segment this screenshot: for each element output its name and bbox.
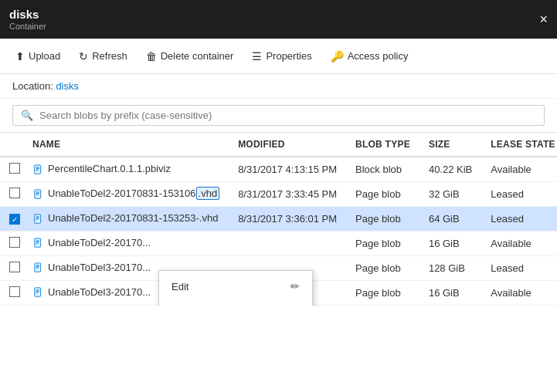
svg-rect-21 [36,290,39,291]
checkbox[interactable] [9,163,20,174]
checkbox[interactable] [9,286,20,297]
row-blobtype: Block blob [346,157,419,182]
name-highlight: .vhd [196,187,220,200]
row-leasestate: Available [481,280,557,305]
context-menu: Edit ✏ Download ⬇ Properties ☰ Edit meta… [158,270,313,306]
svg-rect-13 [36,241,39,242]
svg-rect-4 [35,190,41,198]
svg-rect-2 [36,168,39,169]
row-modified: 8/31/2017 4:13:15 PM [229,157,346,182]
svg-rect-20 [35,288,41,296]
refresh-label: Refresh [92,50,127,62]
file-icon [32,188,45,201]
svg-rect-11 [36,219,39,220]
svg-rect-16 [35,263,41,272]
access-policy-icon: 🔑 [331,50,344,63]
svg-rect-10 [36,218,39,218]
row-name: UnableToDel2-20170831-153253-.vhd [23,207,229,231]
svg-rect-6 [36,193,39,194]
context-menu-label-edit: Edit [172,281,188,292]
row-name: PercentileChart.0.1.1.pbiviz [23,157,229,182]
file-icon [32,262,45,274]
row-size: 128 GiB [419,255,481,280]
checkbox[interactable]: ✓ [9,214,20,225]
name-column-header: NAME [23,133,229,157]
svg-rect-3 [36,170,39,171]
table-row[interactable]: ✓ UnableToDel2-20170831-153253-.vhd8/31/… [0,207,557,231]
row-leasestate: Leased [481,182,557,207]
search-bar: 🔍 [0,99,557,133]
size-column-header: SIZE [419,133,481,157]
svg-rect-15 [36,243,39,244]
row-checkbox-cell [0,157,23,182]
row-size: 64 GiB [419,207,481,231]
location-link[interactable]: disks [56,80,79,92]
title-bar: disks Container × [0,0,557,39]
delete-container-icon: 🗑 [146,50,157,63]
delete-container-button[interactable]: 🗑 Delete container [138,46,242,67]
search-wrapper: 🔍 [12,105,545,126]
refresh-button[interactable]: ↻ Refresh [71,46,135,67]
svg-rect-9 [36,216,39,217]
row-name: UnableToDel2-20170... [23,231,229,255]
access-policy-label: Access policy [348,50,409,62]
row-blobtype: Page blob [346,207,419,231]
row-leasestate: Available [481,157,557,182]
svg-rect-12 [35,238,41,247]
svg-rect-17 [36,265,39,266]
row-blobtype: Page blob [346,255,419,280]
table-header-row: NAME MODIFIED BLOB TYPE SIZE LEASE STATE [0,133,557,157]
window-title: disks [9,8,46,21]
table-row[interactable]: PercentileChart.0.1.1.pbiviz8/31/2017 4:… [0,157,557,182]
file-icon [32,237,45,249]
properties-button[interactable]: ☰ Properties [244,46,319,67]
row-leasestate: Leased [481,207,557,231]
row-checkbox-cell [0,231,23,255]
delete-container-label: Delete container [161,50,234,62]
row-blobtype: Page blob [346,182,419,207]
row-modified: 8/31/2017 3:33:45 PM [229,182,346,207]
row-size: 40.22 KiB [419,157,481,182]
svg-rect-1 [36,167,39,167]
table-row[interactable]: UnableToDel2-20170831-153106.vhd8/31/201… [0,182,557,207]
svg-rect-0 [35,165,41,174]
context-menu-item-download[interactable]: Download ⬇ [159,299,312,306]
file-icon [32,213,45,225]
upload-button[interactable]: ⬆ Upload [8,46,68,67]
file-icon [32,286,45,299]
row-blobtype: Page blob [346,280,419,305]
checkbox[interactable] [9,262,20,272]
row-size: 32 GiB [419,182,481,207]
row-checkbox-cell [0,255,23,280]
context-menu-icon-download: ⬇ [290,305,300,306]
row-modified: 8/31/2017 3:36:01 PM [229,207,346,231]
access-policy-button[interactable]: 🔑 Access policy [323,46,416,67]
svg-rect-8 [35,214,41,222]
context-menu-item-edit[interactable]: Edit ✏ [159,274,312,299]
checkbox-header [0,133,23,157]
toolbar: ⬆ Upload ↻ Refresh 🗑 Delete container ☰ … [0,39,557,74]
properties-icon: ☰ [252,50,262,63]
table-container: NAME MODIFIED BLOB TYPE SIZE LEASE STATE… [0,133,557,306]
row-checkbox-cell [0,182,23,207]
title-bar-info: disks Container [9,8,46,31]
svg-rect-18 [36,267,39,268]
svg-rect-22 [36,292,39,292]
row-leasestate: Available [481,231,557,255]
upload-label: Upload [29,50,60,62]
checkbox[interactable] [9,188,20,198]
row-checkbox-cell: ✓ [0,207,23,231]
row-modified [229,231,346,255]
table-row[interactable]: UnableToDel2-20170...Page blob16 GiBAvai… [0,231,557,255]
location-bar: Location: disks [0,74,557,99]
row-size: 16 GiB [419,280,481,305]
upload-icon: ⬆ [15,50,25,63]
svg-rect-5 [36,191,39,192]
search-input[interactable] [39,110,536,121]
window-subtitle: Container [9,22,46,31]
checkbox[interactable] [9,237,20,248]
modified-column-header: MODIFIED [229,133,346,157]
search-icon: 🔍 [21,110,33,121]
blobtype-column-header: BLOB TYPE [346,133,419,157]
close-button[interactable]: × [539,12,548,28]
